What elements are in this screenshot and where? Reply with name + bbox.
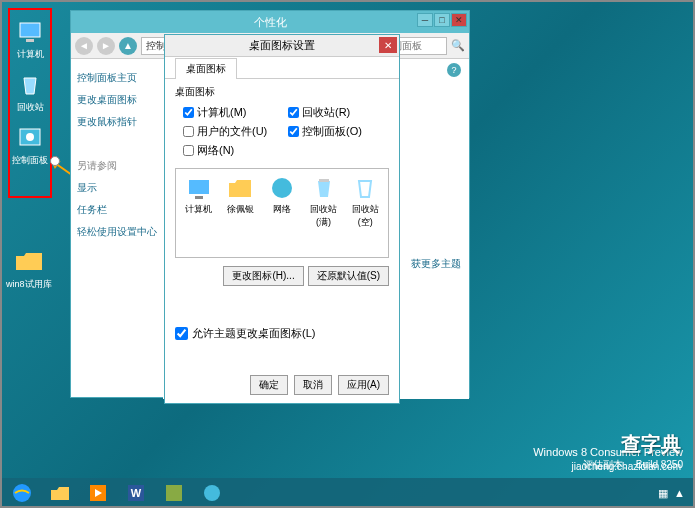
- more-themes-link[interactable]: 获更多主题: [411, 257, 461, 271]
- group-label: 桌面图标: [175, 85, 389, 99]
- desktop-icon-computer[interactable]: 计算机: [15, 16, 45, 61]
- preview-network[interactable]: 网络: [265, 175, 299, 216]
- checkbox-network[interactable]: 网络(N): [183, 143, 284, 158]
- folder-icon: [14, 246, 44, 276]
- checkbox-control[interactable]: 控制面板(O): [288, 124, 389, 139]
- sidebar-section: 另请参阅: [77, 159, 157, 173]
- tab-desktop-icons[interactable]: 桌面图标: [175, 58, 237, 79]
- annotation-circle: [50, 156, 60, 166]
- ok-button[interactable]: 确定: [250, 375, 288, 395]
- preview-label: 回收站(空): [348, 203, 382, 229]
- checkbox-label: 控制面板(O): [302, 124, 362, 139]
- change-icon-button[interactable]: 更改图标(H)...: [223, 266, 303, 286]
- svg-point-6: [272, 178, 292, 198]
- preview-label: 回收站(满): [307, 203, 341, 229]
- svg-rect-4: [189, 180, 209, 194]
- desktop-icon-label: win8试用库: [6, 278, 52, 291]
- checkbox-label: 网络(N): [197, 143, 234, 158]
- desktop-icon-label: 控制面板: [12, 154, 48, 167]
- checkbox-computer[interactable]: 计算机(M): [183, 105, 284, 120]
- preview-label: 徐佩银: [227, 203, 254, 216]
- taskbar-app2[interactable]: [194, 480, 230, 506]
- icon-buttons: 更改图标(H)... 还原默认值(S): [175, 266, 389, 286]
- close-button[interactable]: ✕: [379, 37, 397, 53]
- sidebar-link-display[interactable]: 显示: [77, 181, 157, 195]
- window-titlebar[interactable]: 个性化 ─ □ ✕: [71, 11, 469, 33]
- chazidian-logo: 查字典: [621, 431, 681, 458]
- cancel-button[interactable]: 取消: [294, 375, 332, 395]
- checkbox-label: 回收站(R): [302, 105, 350, 120]
- checkbox-input[interactable]: [288, 107, 299, 118]
- preview-recycle-empty[interactable]: 回收站(空): [348, 175, 382, 229]
- ime-icon[interactable]: ▦: [658, 487, 668, 500]
- checkbox-recycle[interactable]: 回收站(R): [288, 105, 389, 120]
- desktop-icons-highlight: 计算机 回收站 控制面板: [8, 8, 52, 198]
- computer-icon: [15, 16, 45, 46]
- preview-recycle-full[interactable]: 回收站(满): [307, 175, 341, 229]
- dialog-titlebar[interactable]: 桌面图标设置 ✕: [165, 35, 399, 57]
- svg-point-3: [26, 133, 34, 141]
- checkbox-input[interactable]: [183, 145, 194, 156]
- sidebar-item-desktop-icons[interactable]: 更改桌面图标: [77, 93, 157, 107]
- desktop-icon-label: 计算机: [17, 48, 44, 61]
- recycle-empty-icon: [352, 175, 378, 201]
- minimize-button[interactable]: ─: [417, 13, 433, 27]
- checkbox-input[interactable]: [175, 327, 188, 340]
- nav-up-button[interactable]: ▲: [119, 37, 137, 55]
- sidebar: 控制面板主页 更改桌面图标 更改鼠标指针 另请参阅 显示 任务栏 轻松使用设置中…: [71, 59, 163, 399]
- chazidian-url: jiaocheng.chazidian.com: [571, 461, 681, 472]
- nav-back-button[interactable]: ◄: [75, 37, 93, 55]
- svg-point-13: [204, 485, 220, 501]
- tab-strip: 桌面图标: [165, 57, 399, 79]
- window-title: 个性化: [254, 15, 287, 30]
- taskbar-app1[interactable]: [156, 480, 192, 506]
- taskbar-word[interactable]: W: [118, 480, 154, 506]
- window-controls: ─ □ ✕: [417, 13, 467, 27]
- apply-button[interactable]: 应用(A): [338, 375, 389, 395]
- restore-defaults-button[interactable]: 还原默认值(S): [308, 266, 389, 286]
- desktop-icon-label: 回收站: [17, 101, 44, 114]
- close-button[interactable]: ✕: [451, 13, 467, 27]
- network-icon: [269, 175, 295, 201]
- tray-icon[interactable]: ▲: [674, 487, 685, 499]
- sidebar-link-ease[interactable]: 轻松使用设置中心: [77, 225, 157, 239]
- checkbox-label: 计算机(M): [197, 105, 247, 120]
- desktop-icon-recycle[interactable]: 回收站: [15, 69, 45, 114]
- desktop-icon-win8lib[interactable]: win8试用库: [6, 246, 52, 291]
- taskbar-explorer[interactable]: [42, 480, 78, 506]
- svg-rect-12: [166, 485, 182, 501]
- svg-rect-1: [26, 39, 34, 42]
- sidebar-item-cursor[interactable]: 更改鼠标指针: [77, 115, 157, 129]
- folder-icon: [227, 175, 253, 201]
- svg-text:W: W: [131, 487, 142, 499]
- control-panel-icon: [15, 122, 45, 152]
- preview-user[interactable]: 徐佩银: [224, 175, 258, 216]
- sidebar-link-taskbar[interactable]: 任务栏: [77, 203, 157, 217]
- allow-themes-checkbox[interactable]: 允许主题更改桌面图标(L): [175, 326, 389, 341]
- icon-preview-box: 计算机 徐佩银 网络 回收站(满) 回收站(空): [175, 168, 389, 258]
- taskbar-ie[interactable]: [4, 480, 40, 506]
- checkbox-input[interactable]: [288, 126, 299, 137]
- recycle-icon: [15, 69, 45, 99]
- maximize-button[interactable]: □: [434, 13, 450, 27]
- preview-computer[interactable]: 计算机: [182, 175, 216, 216]
- checkbox-userfiles[interactable]: 用户的文件(U): [183, 124, 284, 139]
- sidebar-home[interactable]: 控制面板主页: [77, 71, 157, 85]
- taskbar-media[interactable]: [80, 480, 116, 506]
- desktop-icon-settings-dialog: 桌面图标设置 ✕ 桌面图标 桌面图标 计算机(M) 回收站(R) 用户的文件(U…: [164, 34, 400, 404]
- checkbox-label: 允许主题更改桌面图标(L): [192, 326, 315, 341]
- search-icon[interactable]: 🔍: [451, 39, 465, 52]
- checkbox-grid: 计算机(M) 回收站(R) 用户的文件(U) 控制面板(O) 网络(N): [175, 105, 389, 158]
- dialog-footer: 确定 取消 应用(A): [250, 375, 389, 395]
- checkbox-label: 用户的文件(U): [197, 124, 267, 139]
- taskbar-tray[interactable]: ▦ ▲: [658, 487, 691, 500]
- help-icon[interactable]: ?: [447, 63, 461, 77]
- checkbox-input[interactable]: [183, 126, 194, 137]
- preview-label: 网络: [273, 203, 291, 216]
- dialog-title: 桌面图标设置: [249, 38, 315, 53]
- checkbox-input[interactable]: [183, 107, 194, 118]
- svg-rect-0: [20, 23, 40, 37]
- desktop-icon-control[interactable]: 控制面板: [12, 122, 48, 167]
- nav-forward-button[interactable]: ►: [97, 37, 115, 55]
- computer-icon: [186, 175, 212, 201]
